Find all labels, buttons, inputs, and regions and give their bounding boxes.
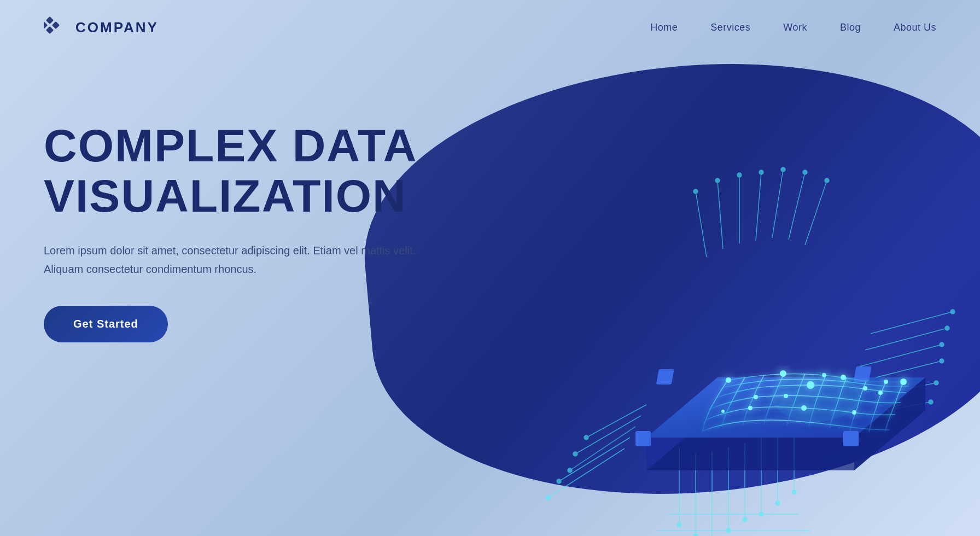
svg-point-80 (884, 380, 888, 384)
svg-line-36 (548, 448, 625, 498)
svg-point-29 (940, 342, 944, 347)
svg-line-48 (772, 170, 783, 238)
nav-links: Home Services Work Blog About Us (650, 22, 936, 33)
svg-line-45 (718, 180, 723, 249)
svg-line-35 (559, 438, 630, 481)
svg-point-75 (852, 410, 856, 415)
svg-point-57 (825, 178, 829, 183)
svg-point-21 (792, 490, 796, 494)
svg-point-52 (715, 178, 720, 183)
chip-svg (406, 98, 980, 536)
svg-rect-1 (52, 21, 60, 29)
svg-rect-65 (843, 431, 859, 446)
svg-point-77 (878, 391, 883, 395)
svg-point-14 (677, 523, 681, 527)
nav-link-work[interactable]: Work (783, 22, 807, 33)
svg-point-19 (759, 512, 763, 516)
nav-item-about[interactable]: About Us (894, 22, 936, 33)
svg-point-69 (900, 378, 907, 385)
svg-point-66 (726, 377, 731, 383)
nav-link-services[interactable]: Services (710, 22, 750, 33)
svg-point-31 (950, 310, 955, 314)
svg-rect-62 (656, 369, 674, 384)
svg-line-44 (696, 191, 707, 257)
nav-link-home[interactable]: Home (650, 22, 678, 33)
svg-line-37 (575, 416, 641, 454)
svg-point-43 (584, 435, 588, 440)
svg-point-42 (573, 452, 578, 456)
svg-point-40 (557, 479, 561, 483)
svg-point-70 (754, 395, 758, 399)
svg-point-17 (726, 528, 731, 533)
main-content: COMPLEX DATA VISUALIZATION Lorem ipsum d… (0, 55, 980, 342)
chip-illustration (406, 98, 980, 536)
svg-point-28 (940, 359, 944, 363)
nav-item-blog[interactable]: Blog (840, 22, 861, 33)
svg-point-73 (748, 406, 752, 410)
svg-rect-0 (46, 16, 54, 24)
nav-item-home[interactable]: Home (650, 22, 678, 33)
svg-rect-3 (46, 26, 54, 34)
svg-point-15 (693, 534, 698, 536)
svg-point-72 (863, 386, 867, 391)
svg-line-50 (805, 180, 827, 245)
svg-point-33 (929, 400, 933, 404)
hero-title: COMPLEX DATA VISUALIZATION (44, 120, 427, 222)
svg-point-79 (721, 410, 725, 413)
svg-point-51 (693, 189, 698, 194)
svg-point-67 (780, 370, 786, 377)
svg-point-55 (781, 167, 785, 172)
get-started-button[interactable]: Get Started (44, 306, 168, 342)
navbar: COMPANY Home Services Work Blog About Us (0, 0, 980, 55)
svg-point-56 (803, 170, 807, 174)
svg-point-30 (945, 326, 949, 330)
svg-line-49 (789, 172, 805, 240)
svg-line-47 (756, 172, 761, 241)
svg-point-18 (743, 517, 747, 522)
logo-area: COMPANY (44, 15, 159, 39)
svg-rect-2 (44, 21, 48, 29)
svg-point-20 (775, 501, 780, 505)
hero-description: Lorem ipsum dolor sit amet, consectetur … (44, 241, 427, 278)
nav-item-work[interactable]: Work (783, 22, 807, 33)
svg-point-54 (759, 170, 763, 174)
nav-link-about[interactable]: About Us (894, 22, 936, 33)
svg-point-39 (568, 468, 572, 473)
svg-point-81 (772, 372, 860, 421)
svg-line-34 (570, 427, 635, 470)
nav-item-services[interactable]: Services (710, 22, 750, 33)
logo-text: COMPANY (75, 19, 159, 36)
svg-point-32 (934, 381, 938, 385)
svg-rect-64 (635, 431, 651, 446)
svg-point-53 (737, 173, 742, 177)
nav-link-blog[interactable]: Blog (840, 22, 861, 33)
left-content: COMPLEX DATA VISUALIZATION Lorem ipsum d… (44, 98, 427, 342)
diamond-pattern-icon (44, 15, 68, 39)
svg-point-41 (546, 496, 550, 500)
